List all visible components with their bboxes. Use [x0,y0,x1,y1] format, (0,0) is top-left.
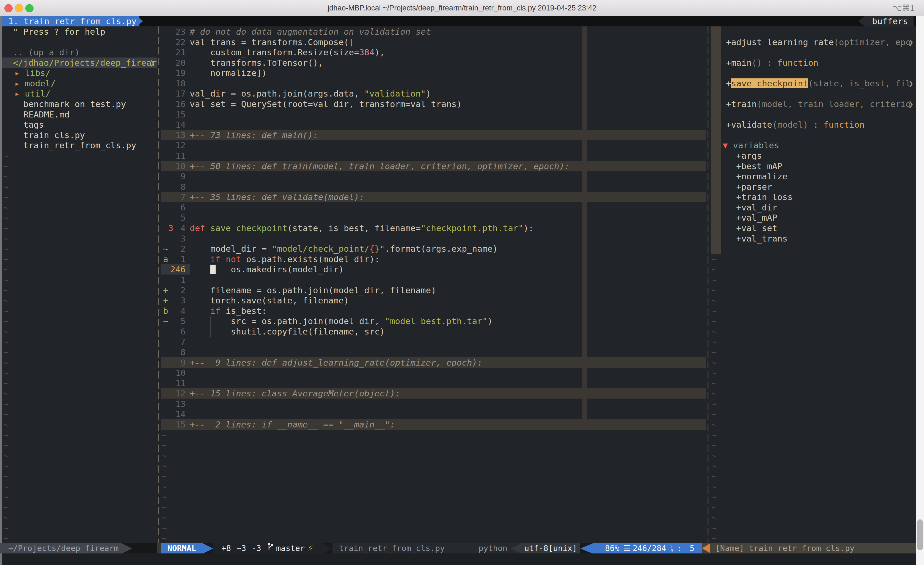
code-line[interactable]: 18 [161,78,706,89]
code-line[interactable]: _34def save_checkpoint(state, is_best, f… [161,223,706,233]
tree-item[interactable]: ▸ model/ [2,78,157,89]
empty-line[interactable]: ~ [710,388,916,398]
empty-line[interactable]: ~ [161,481,706,492]
empty-line[interactable]: ~ [2,192,157,202]
empty-line[interactable]: ~ [710,512,916,523]
empty-line[interactable]: ~ [2,285,157,295]
code-line[interactable]: a1 if not os.path.exists(model_dir): [161,254,706,264]
editor-window[interactable]: 23# do not do data augmentation on valid… [161,16,706,543]
code-line[interactable]: 13 [161,398,706,409]
tag-entry[interactable]: +val_trans [710,233,916,244]
code-line[interactable]: 12 [161,140,706,150]
tree-item[interactable]: tags [2,119,157,130]
tree-item[interactable]: .. (up a dir) [2,47,157,57]
tag-entry[interactable]: +normalize [710,171,916,182]
empty-line[interactable]: ~ [710,481,916,492]
tag-entry[interactable]: +args [710,150,916,161]
tag-entry[interactable]: +parser [710,182,916,192]
tag-entry[interactable]: +train_loss [710,192,916,202]
empty-line[interactable]: ~ [710,419,916,430]
tag-entry[interactable]: +val_mAP [710,212,916,223]
code-line[interactable]: 246 os.makedirs(model_dir) [161,264,706,275]
code-line[interactable]: 15+-- 2 lines: if __name__ == "__main__"… [161,419,706,430]
empty-line[interactable]: ~ [2,512,157,523]
code-line[interactable]: 9+-- 9 lines: def adjust_learning_rate(o… [161,357,706,368]
empty-line[interactable]: ~ [161,512,706,523]
window-separator-left[interactable] [158,26,159,543]
empty-line[interactable]: ~ [2,212,157,223]
code-line[interactable]: 22val_trans = transforms.Compose([ [161,37,706,47]
vim-command-line[interactable] [2,553,916,565]
window-titlebar[interactable]: jdhao-MBP.local ~/Projects/deep_firearm/… [0,0,924,16]
window-separator-right[interactable] [708,26,708,543]
empty-line[interactable]: ~ [2,440,157,450]
code-line[interactable]: 23# do not do data augmentation on valid… [161,26,706,37]
empty-line[interactable]: ~ [710,471,916,481]
code-line[interactable]: b4 if is_best: [161,306,706,316]
empty-line[interactable]: ~ [2,460,157,471]
code-line[interactable]: 9 [161,171,706,182]
empty-line[interactable]: ~ [2,254,157,264]
empty-line[interactable]: ~ [161,440,706,450]
empty-line[interactable]: ~ [2,430,157,440]
empty-line[interactable]: ~ [2,502,157,512]
tree-item[interactable]: " Press ? for help [2,26,157,37]
code-line[interactable]: 10 [161,368,706,378]
empty-line[interactable]: ~ [2,295,157,306]
empty-line[interactable]: ~ [710,450,916,461]
empty-line[interactable]: ~ [2,243,157,254]
code-line[interactable]: 14 [161,119,706,130]
empty-line[interactable]: ~ [2,275,157,285]
tag-entry[interactable]: +best_mAP [710,161,916,171]
code-line[interactable]: +3 torch.save(state, filename) [161,295,706,306]
code-line[interactable]: 13+-- 73 lines: def main(): [161,130,706,140]
empty-line[interactable]: ~ [2,337,157,347]
empty-line[interactable]: ~ [710,502,916,512]
empty-line[interactable]: ~ [710,316,916,326]
empty-line[interactable]: ~ [2,357,157,368]
tree-item[interactable]: train_cls.py [2,130,157,140]
empty-line[interactable]: ~ [161,491,706,502]
empty-line[interactable]: ~ [2,450,157,461]
empty-line[interactable]: ~ [2,161,157,171]
empty-line[interactable]: ~ [2,316,157,326]
empty-line[interactable]: ~ [710,460,916,471]
empty-line[interactable]: ~ [2,378,157,388]
empty-line[interactable]: ~ [2,326,157,337]
empty-line[interactable]: ~ [161,533,706,543]
empty-line[interactable]: ~ [2,233,157,244]
empty-line[interactable]: ~ [2,398,157,409]
empty-line[interactable]: ~ [710,285,916,295]
tag-entry[interactable]: +train(model, train_loader, criterio❯ [710,99,916,109]
empty-line[interactable]: ~ [710,523,916,533]
empty-line[interactable]: ~ [2,150,157,161]
nerdtree-window[interactable]: " Press ? for help.. (up a dir)</jdhao/P… [2,16,157,543]
tag-entry[interactable]: +val_set [710,223,916,233]
empty-line[interactable]: ~ [2,264,157,275]
empty-line[interactable]: ~ [710,357,916,368]
empty-line[interactable]: ~ [161,460,706,471]
empty-line[interactable]: ~ [2,171,157,182]
scrollbar-thumb[interactable] [917,519,923,550]
scrollbar-track[interactable] [916,16,924,565]
empty-line[interactable]: ~ [710,440,916,450]
tag-entry[interactable]: +main() : function [710,57,916,68]
empty-line[interactable]: ~ [2,533,157,543]
tagbar-window[interactable]: +adjust_learning_rate(optimizer, epo❯+ma… [710,16,916,543]
code-line[interactable]: 11 [161,378,706,388]
empty-line[interactable]: ~ [710,326,916,337]
empty-line[interactable]: ~ [710,533,916,543]
code-line[interactable]: 3 [161,233,706,244]
code-line[interactable]: 8 [161,347,706,357]
tree-item[interactable]: train_retr_from_cls.py [2,140,157,150]
tree-item[interactable]: README.md [2,109,157,120]
code-line[interactable]: ~5 src = os.path.join(model_dir, "model_… [161,316,706,326]
empty-line[interactable]: ~ [2,481,157,492]
code-line[interactable]: 8 [161,182,706,192]
empty-line[interactable]: ~ [161,502,706,512]
tree-item[interactable]: ▸ libs/ [2,68,157,78]
code-line[interactable]: 20 transforms.ToTensor(), [161,57,706,68]
code-line[interactable]: 5 [161,212,706,223]
code-line[interactable]: 14 [161,409,706,419]
empty-line[interactable]: ~ [710,398,916,409]
